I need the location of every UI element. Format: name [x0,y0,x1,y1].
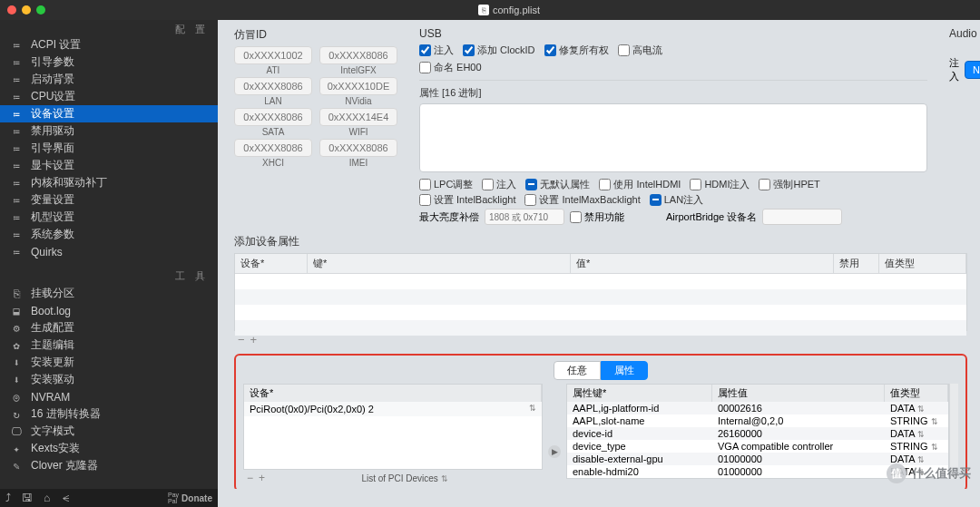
window-close-button[interactable] [7,5,16,15]
window-minimize-button[interactable] [22,5,31,15]
addprops-table[interactable]: 设备* 键* 值* 禁用 值类型 [234,253,967,331]
airport-input[interactable] [762,209,842,225]
laninj-checkbox[interactable] [650,194,662,206]
sidebar-tool-item[interactable]: ⬇安装更新 [0,354,218,371]
fakeid-input[interactable] [234,108,312,126]
maxbright-input[interactable] [485,209,564,225]
stepper-icon[interactable]: ⇅ [529,404,536,414]
hdmiinj-checkbox[interactable] [690,179,701,190]
sidebar-section-config: 配 置 [0,20,218,36]
sidebar-item[interactable]: ≔机型设置 [0,209,218,226]
sidebar-item-label: 安装更新 [31,355,74,370]
list-icon: ≔ [9,177,24,190]
sidebar-item-label: Boot.log [31,305,71,317]
list-icon: ≔ [9,229,24,241]
device-list-table[interactable]: 设备* PciRoot(0x0)/Pci(0x2,0x0) 2 ⇅ [243,384,543,470]
addprops-remove-button[interactable]: − [238,333,245,346]
sidebar-item-label: Kexts安装 [31,441,80,456]
fakeid-input[interactable] [234,139,312,157]
fakeid-input[interactable] [319,108,397,126]
devlist-header: 设备* [244,385,542,402]
prop-hex-textarea[interactable] [419,103,927,172]
sidebar-tool-item[interactable]: ✦Kexts安装 [0,440,218,457]
sidebar-item[interactable]: ≔Quirks [0,243,218,260]
col-device: 设备* [235,254,308,273]
transfer-toggle-icon[interactable]: ▶ [548,445,561,458]
sidebar-item-label: 引导参数 [31,54,74,70]
nodefault-checkbox[interactable] [525,179,537,190]
usb-nameeh-checkbox[interactable] [419,62,431,73]
sidebar-item[interactable]: ≔禁用驱动 [0,122,218,140]
window-zoom-button[interactable] [36,5,45,15]
devlist-add-button[interactable]: + [259,472,265,484]
property-row[interactable]: AAPL,ig-platform-id00002616DATA ⇅ [567,402,948,414]
propcol-type: 值类型 [885,385,948,402]
document-icon: ⎘ [478,5,489,15]
usehdmi-checkbox[interactable] [599,179,611,190]
share-icon[interactable]: ⪪ [61,492,72,504]
sidebar-item-label: 禁用驱动 [31,123,74,139]
fakeid-input[interactable] [319,77,397,95]
sidebar-section-tools: 工 具 [0,268,218,285]
donate-button[interactable]: Donate [181,493,212,503]
tool-icon: ↻ [9,408,24,421]
sidebar-item[interactable]: ≔设备设置 [0,105,218,122]
addprops-add-button[interactable]: + [250,333,258,346]
home-icon[interactable]: ⌂ [44,492,50,504]
sidebar-tool-item[interactable]: ⎘挂载分区 [0,285,218,302]
titlebar: ⎘ config.plist [0,0,980,20]
seg-any-button[interactable]: 任意 [554,361,601,380]
export-icon[interactable]: ⤴ [5,492,11,504]
sidebar-tool-item[interactable]: ✎Clover 克隆器 [0,457,218,474]
property-row[interactable]: device-id26160000DATA ⇅ [567,427,948,440]
fakeid-input[interactable] [234,46,312,64]
lpc-checkbox[interactable] [419,179,431,190]
sidebar-item[interactable]: ≔显卡设置 [0,157,218,174]
devlist-remove-button[interactable]: − [247,472,253,484]
sidebar-item[interactable]: ≔引导参数 [0,54,218,71]
inject-checkbox[interactable] [482,179,494,190]
usb-highcurrent-checkbox[interactable] [618,44,630,56]
sidebar-tool-item[interactable]: ⬇安装驱动 [0,371,218,388]
property-row[interactable]: AAPL,slot-nameInternal@0,2,0STRING ⇅ [567,414,948,427]
sidebar-item[interactable]: ≔系统参数 [0,226,218,243]
sidebar-tool-item[interactable]: ◎NVRAM [0,388,218,405]
audio-inject-select[interactable]: No [965,61,980,79]
sidebar-item[interactable]: ≔CPU设置 [0,88,218,105]
devlist-row[interactable]: PciRoot(0x0)/Pci(0x2,0x0) 2 [250,404,374,414]
seg-props-button[interactable]: 属性 [601,361,648,380]
fakeid-sublabel: IntelGFX [319,65,397,75]
setmaxbl-checkbox[interactable] [524,194,536,206]
sidebar-item[interactable]: ≔ACPI 设置 [0,36,218,54]
sidebar-item[interactable]: ≔内核和驱动补丁 [0,174,218,191]
sidebar-tool-item[interactable]: ⚙生成配置 [0,319,218,336]
usb-addclock-checkbox[interactable] [463,44,475,56]
sidebar-item[interactable]: ≔启动背景 [0,71,218,88]
forcehpet-checkbox[interactable] [759,179,770,190]
audio-inject-label: 注入 [949,56,959,83]
fakeid-input[interactable] [319,46,397,64]
sidebar-tool-item[interactable]: 🖵文字模式 [0,423,218,440]
sidebar-item-label: 变量设置 [31,192,74,208]
sidebar-item-label: NVRAM [31,391,70,404]
sidebar-tool-item[interactable]: ✿主题编辑 [0,336,218,354]
sidebar-item-label: 启动背景 [31,72,74,87]
sidebar-tool-item[interactable]: ↻16 进制转换器 [0,405,218,423]
prop-hex-label: 属性 [16 进制] [419,86,927,100]
fakeid-input[interactable] [319,139,397,157]
property-row[interactable]: device_typeVGA compatible controllerSTRI… [567,440,948,453]
disablefn-checkbox[interactable] [570,211,582,223]
propcol-key: 属性键* [567,385,712,402]
watermark-icon: 值 [887,463,906,483]
window-title: config.plist [493,5,540,15]
save-icon[interactable]: 🖫 [22,492,33,504]
usb-inject-checkbox[interactable] [419,44,431,56]
fakeid-input[interactable] [234,77,312,95]
sidebar-item[interactable]: ≔变量设置 [0,191,218,209]
fakeid-sublabel: LAN [234,96,312,106]
usb-fixown-checkbox[interactable] [544,44,556,56]
list-icon: ≔ [9,73,24,86]
setbl-checkbox[interactable] [419,194,431,206]
sidebar-item[interactable]: ≔引导界面 [0,140,218,157]
sidebar-tool-item[interactable]: ⬓Boot.log [0,302,218,319]
